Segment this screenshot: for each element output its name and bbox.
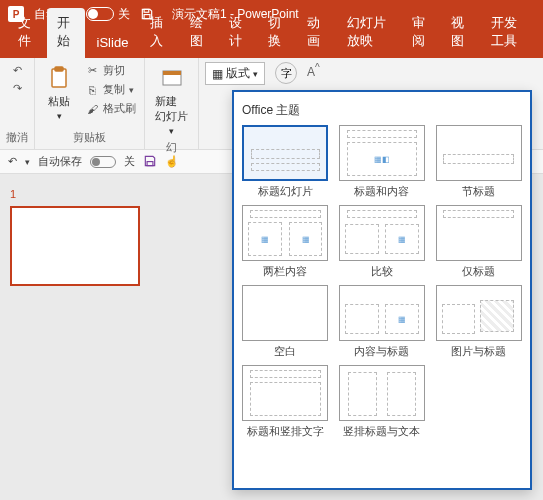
chevron-down-icon: ▾: [129, 85, 134, 95]
group-slides: 新建 幻灯片 ▾ 幻: [145, 58, 199, 149]
layout-option-label: 标题和竖排文字: [247, 424, 324, 439]
autosave-state: 关: [118, 6, 130, 23]
format-painter-button[interactable]: 🖌格式刷: [83, 100, 138, 117]
layout-option-section[interactable]: 节标题: [433, 125, 524, 199]
layout-option-label: 节标题: [462, 184, 495, 199]
brush-icon: 🖌: [85, 102, 99, 116]
chevron-down-icon: ▾: [57, 111, 62, 121]
tab-developer[interactable]: 开发工具: [481, 8, 536, 58]
new-slide-button[interactable]: 新建 幻灯片 ▾: [151, 62, 192, 138]
chevron-down-icon: ▾: [169, 126, 174, 136]
redo-button[interactable]: ↷: [8, 80, 26, 96]
layout-option-title-content[interactable]: ▦◧标题和内容: [337, 125, 428, 199]
chevron-down-icon: ▾: [253, 69, 258, 79]
layout-option-compare[interactable]: ▦比较: [337, 205, 428, 279]
cut-icon: ✂: [85, 64, 99, 78]
cut-button[interactable]: ✂剪切: [83, 62, 138, 79]
svg-rect-5: [163, 71, 181, 75]
undo-button[interactable]: ↶: [8, 62, 26, 78]
clipboard-group-label: 剪贴板: [73, 130, 106, 145]
undo-group-label: 撤消: [6, 130, 28, 145]
qat-undo[interactable]: ↶: [8, 155, 17, 168]
tab-animations[interactable]: 动画: [297, 8, 334, 58]
layout-thumb: [436, 125, 522, 181]
paste-label: 粘贴: [48, 94, 70, 109]
svg-rect-6: [147, 161, 153, 165]
slide-thumbnail-panel: 1: [0, 174, 160, 500]
qat-save-icon[interactable]: [143, 154, 157, 170]
tab-draw[interactable]: 绘图: [180, 8, 217, 58]
group-clipboard: 粘贴 ▾ ✂剪切 ⎘复制▾ 🖌格式刷 剪贴板: [35, 58, 145, 149]
toggle-icon: [86, 7, 114, 21]
tab-insert[interactable]: 插入: [140, 8, 177, 58]
layout-thumb: ▦◧: [339, 125, 425, 181]
qat-autosave-label: 自动保存: [38, 154, 82, 169]
qat-autosave-toggle[interactable]: [90, 156, 116, 168]
layout-option-title-vert[interactable]: 标题和竖排文字: [240, 365, 331, 439]
layout-option-label: 图片与标题: [451, 344, 506, 359]
tab-review[interactable]: 审阅: [402, 8, 439, 58]
font-button[interactable]: 字: [275, 62, 297, 84]
layout-option-blank[interactable]: 空白: [240, 285, 331, 359]
slides-group-label: 幻: [166, 140, 177, 155]
layout-thumb: [242, 125, 328, 181]
layout-thumb: [339, 365, 425, 421]
layout-thumb: ▦: [339, 285, 425, 341]
layout-option-label: 标题和内容: [354, 184, 409, 199]
layout-popup-title: Office 主题: [240, 98, 524, 125]
layout-option-content-caption[interactable]: ▦内容与标题: [337, 285, 428, 359]
layout-option-label: 仅标题: [462, 264, 495, 279]
layout-label: 版式: [226, 65, 250, 82]
layout-option-title-only[interactable]: 仅标题: [433, 205, 524, 279]
ribbon-tabs: 文件 开始 iSlide 插入 绘图 设计 切换 动画 幻灯片放映 审阅 视图 …: [0, 28, 543, 58]
layout-icon: ▦: [212, 67, 223, 81]
group-undo: ↶ ↷ 撤消: [0, 58, 35, 149]
layout-option-title[interactable]: 标题幻灯片: [240, 125, 331, 199]
layout-option-vert-title-text[interactable]: 竖排标题与文本: [337, 365, 428, 439]
font-size-icon[interactable]: A^: [307, 62, 320, 79]
tab-design[interactable]: 设计: [219, 8, 256, 58]
tab-slideshow[interactable]: 幻灯片放映: [337, 8, 400, 58]
svg-rect-3: [55, 67, 63, 71]
layout-button[interactable]: ▦ 版式 ▾: [205, 62, 265, 85]
tab-view[interactable]: 视图: [441, 8, 478, 58]
layout-thumb: [242, 285, 328, 341]
layout-grid: 标题幻灯片▦◧标题和内容节标题▦▦两栏内容▦比较仅标题空白▦内容与标题图片与标题…: [240, 125, 524, 439]
layout-option-label: 空白: [274, 344, 296, 359]
layout-option-two-content[interactable]: ▦▦两栏内容: [240, 205, 331, 279]
qat-touch-icon[interactable]: ☝: [165, 155, 179, 168]
tab-transitions[interactable]: 切换: [258, 8, 295, 58]
layout-option-label: 竖排标题与文本: [343, 424, 420, 439]
layout-option-label: 比较: [371, 264, 393, 279]
layout-option-label: 两栏内容: [263, 264, 307, 279]
copy-icon: ⎘: [85, 83, 99, 97]
copy-button[interactable]: ⎘复制▾: [83, 81, 138, 98]
layout-thumb: [436, 205, 522, 261]
layout-thumb: [242, 365, 328, 421]
slide-number: 1: [10, 188, 16, 200]
tab-home[interactable]: 开始: [47, 8, 84, 58]
new-slide-label: 新建 幻灯片: [155, 94, 188, 124]
layout-thumb: ▦: [339, 205, 425, 261]
layout-dropdown: Office 主题 标题幻灯片▦◧标题和内容节标题▦▦两栏内容▦比较仅标题空白▦…: [232, 90, 532, 490]
paste-button[interactable]: 粘贴 ▾: [41, 62, 77, 123]
layout-option-label: 内容与标题: [354, 344, 409, 359]
layout-option-label: 标题幻灯片: [258, 184, 313, 199]
tab-islide[interactable]: iSlide: [87, 29, 139, 58]
tab-file[interactable]: 文件: [8, 8, 45, 58]
layout-thumb: [436, 285, 522, 341]
slide-thumbnail-1[interactable]: [10, 206, 140, 286]
layout-thumb: ▦▦: [242, 205, 328, 261]
qat-autosave-state: 关: [124, 154, 135, 169]
chevron-down-icon[interactable]: ▾: [25, 157, 30, 167]
paste-icon: [45, 64, 73, 92]
new-slide-icon: [158, 64, 186, 92]
layout-option-pic-caption[interactable]: 图片与标题: [433, 285, 524, 359]
